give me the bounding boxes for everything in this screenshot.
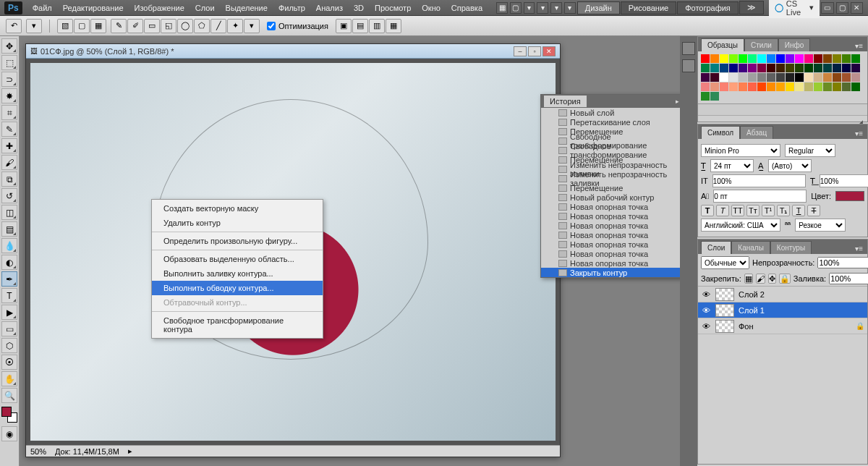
dock-icon-1[interactable] bbox=[682, 42, 695, 55]
blend-mode-select[interactable]: Обычные bbox=[701, 256, 749, 269]
line-shape-icon[interactable]: ╱ bbox=[210, 19, 226, 33]
swatch[interactable] bbox=[823, 64, 832, 72]
tab-info[interactable]: Инфо bbox=[778, 38, 811, 51]
swatch[interactable] bbox=[701, 82, 710, 91]
workspace-more-icon[interactable]: ≫ bbox=[739, 1, 764, 14]
swatch[interactable] bbox=[823, 54, 832, 63]
history-brush-tool[interactable]: ↺ bbox=[1, 188, 17, 203]
history-item[interactable]: Новая опорная точка bbox=[541, 249, 680, 258]
history-item[interactable]: Перетаскивание слоя bbox=[541, 117, 680, 127]
swatch[interactable] bbox=[814, 64, 822, 72]
swatch[interactable] bbox=[786, 54, 794, 63]
history-item[interactable]: Новая опорная точка bbox=[541, 230, 680, 240]
cslive-button[interactable]: CS Live ▾ bbox=[769, 0, 820, 18]
swatch[interactable] bbox=[823, 82, 832, 91]
swatch[interactable] bbox=[748, 64, 757, 72]
swatch[interactable] bbox=[833, 82, 841, 91]
subscript-icon[interactable]: T₁ bbox=[777, 205, 790, 216]
tool-preset-dropdown[interactable]: ▾ bbox=[26, 19, 42, 33]
swatch[interactable] bbox=[767, 73, 775, 82]
rectangle-shape-icon[interactable]: ▭ bbox=[144, 19, 160, 33]
history-item[interactable]: Новая опорная точка bbox=[541, 202, 680, 211]
hand-tool[interactable]: ✋ bbox=[1, 371, 17, 386]
tab-character[interactable]: Символ bbox=[701, 126, 740, 139]
eyedropper-tool[interactable]: ✎ bbox=[1, 122, 17, 137]
window-max-icon[interactable]: ▢ bbox=[836, 2, 848, 14]
swatch[interactable] bbox=[814, 82, 822, 91]
polygon-shape-icon[interactable]: ⬠ bbox=[194, 19, 210, 33]
smallcaps-icon[interactable]: Tт bbox=[746, 205, 760, 216]
swatch[interactable] bbox=[842, 82, 851, 91]
fill-input[interactable] bbox=[829, 273, 868, 284]
swatch[interactable] bbox=[851, 82, 860, 91]
ctx-delete-path[interactable]: Удалить контур bbox=[152, 216, 323, 230]
swatch[interactable] bbox=[720, 54, 728, 63]
font-family-select[interactable]: Minion Pro bbox=[701, 144, 780, 157]
healing-tool[interactable]: ✚ bbox=[1, 138, 17, 153]
ctx-create-vector-mask[interactable]: Создать векторную маску bbox=[152, 201, 323, 216]
3d-tool[interactable]: ⬡ bbox=[1, 338, 17, 353]
swatch[interactable] bbox=[786, 82, 794, 91]
swatch[interactable] bbox=[767, 54, 775, 63]
swatch[interactable] bbox=[701, 92, 710, 101]
eraser-tool[interactable]: ◫ bbox=[1, 205, 17, 220]
lock-position-icon[interactable]: ✥ bbox=[768, 274, 776, 284]
freeform-pen-icon[interactable]: ✐ bbox=[127, 19, 143, 33]
char-color-swatch[interactable] bbox=[835, 191, 864, 201]
swatches-grid[interactable] bbox=[698, 51, 867, 103]
swatch[interactable] bbox=[776, 64, 785, 72]
tab-paths[interactable]: Контуры bbox=[770, 241, 812, 254]
swatch[interactable] bbox=[739, 82, 747, 91]
swatch[interactable] bbox=[795, 64, 804, 72]
menu-image[interactable]: Изображение bbox=[129, 1, 190, 14]
ctx-free-transform-path[interactable]: Свободное трансформирование контура bbox=[152, 313, 323, 336]
swatch[interactable] bbox=[833, 73, 841, 82]
menu-layers[interactable]: Слои bbox=[190, 1, 220, 14]
swatch[interactable] bbox=[776, 54, 785, 63]
swatch[interactable] bbox=[776, 73, 785, 82]
history-list[interactable]: Новый слойПеретаскивание слояПеремещение… bbox=[541, 108, 680, 277]
tab-paragraph[interactable]: Абзац bbox=[740, 126, 773, 139]
visibility-icon[interactable]: 👁 bbox=[701, 322, 711, 331]
swatch[interactable] bbox=[795, 54, 804, 63]
layers-menu-icon[interactable]: ▾≡ bbox=[851, 243, 867, 254]
swatch[interactable] bbox=[710, 73, 719, 82]
swatch[interactable] bbox=[757, 73, 766, 82]
swatch[interactable] bbox=[833, 64, 841, 72]
menu-3d[interactable]: 3D bbox=[349, 1, 369, 14]
menu-analysis[interactable]: Анализ bbox=[311, 1, 348, 14]
arrange-icon[interactable]: ▾ bbox=[550, 2, 562, 14]
swatch[interactable] bbox=[729, 54, 738, 63]
workspace-tab-design[interactable]: Дизайн bbox=[577, 1, 620, 14]
quick-select-tool[interactable]: ✸ bbox=[1, 88, 17, 103]
dock-icon-2[interactable] bbox=[682, 59, 695, 72]
pen-icon[interactable]: ✎ bbox=[111, 19, 127, 33]
history-item[interactable]: Новая опорная точка bbox=[541, 221, 680, 230]
swatch[interactable] bbox=[823, 73, 832, 82]
italic-icon[interactable]: T bbox=[716, 205, 729, 216]
tab-layers[interactable]: Слои bbox=[701, 241, 731, 254]
swatch[interactable] bbox=[842, 54, 851, 63]
underline-icon[interactable]: T bbox=[792, 205, 805, 216]
history-item[interactable]: Изменить непрозрачность заливки bbox=[541, 174, 680, 183]
swatch[interactable] bbox=[720, 73, 728, 82]
swatch[interactable] bbox=[757, 64, 766, 72]
layer-row[interactable]: 👁Слой 2 bbox=[698, 287, 867, 302]
swatch[interactable] bbox=[851, 54, 860, 63]
rounded-rect-icon[interactable]: ◱ bbox=[161, 19, 176, 33]
document-titlebar[interactable]: 01СФ.jpg @ 50% (Слой 1, RGB/8#) * – ▫ ✕ bbox=[26, 44, 560, 59]
swatches-menu-icon[interactable]: ▾≡ bbox=[851, 41, 867, 51]
swatch[interactable] bbox=[767, 64, 775, 72]
baseline-input[interactable] bbox=[713, 190, 807, 203]
pathop-intersect-icon[interactable]: ▥ bbox=[369, 19, 385, 33]
swatch[interactable] bbox=[842, 73, 851, 82]
zoom-tool[interactable]: 🔍 bbox=[1, 388, 17, 403]
swatch[interactable] bbox=[833, 54, 841, 63]
swatch[interactable] bbox=[776, 82, 785, 91]
swatch[interactable] bbox=[757, 54, 766, 63]
path-select-tool[interactable]: ▶ bbox=[1, 305, 17, 320]
swatch[interactable] bbox=[842, 64, 851, 72]
swatch[interactable] bbox=[804, 54, 813, 63]
superscript-icon[interactable]: T¹ bbox=[762, 205, 775, 216]
window-min-icon[interactable]: ▭ bbox=[821, 2, 833, 14]
